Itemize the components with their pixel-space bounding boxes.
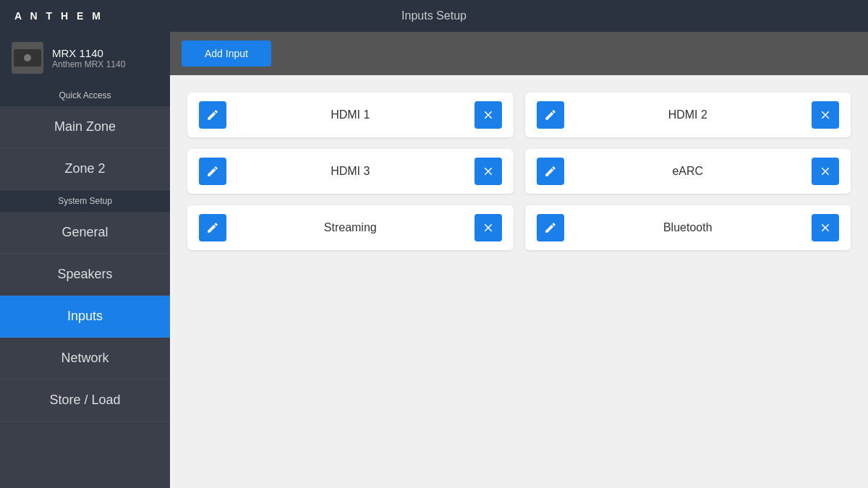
close-icon xyxy=(819,221,832,234)
input-card-hdmi3: HDMI 3 xyxy=(187,149,514,194)
sidebar-item-zone-2[interactable]: Zone 2 xyxy=(0,148,170,190)
content-header: Add Input xyxy=(170,32,868,75)
pencil-icon xyxy=(206,108,219,121)
add-input-button[interactable]: Add Input xyxy=(182,40,271,67)
input-label-hdmi3: HDMI 3 xyxy=(226,165,475,178)
device-section: MRX 1140 Anthem MRX 1140 xyxy=(0,32,170,85)
input-card-streaming: Streaming xyxy=(187,205,514,250)
edit-button-hdmi2[interactable] xyxy=(537,101,564,129)
sidebar-item-general[interactable]: General xyxy=(0,212,170,254)
sidebar-item-network[interactable]: Network xyxy=(0,338,170,380)
logo-area: A N T H E M xyxy=(14,10,103,22)
delete-button-bluetooth[interactable] xyxy=(812,214,839,241)
sidebar-item-store-load[interactable]: Store / Load xyxy=(0,380,170,421)
delete-button-streaming[interactable] xyxy=(475,214,502,241)
close-icon xyxy=(819,108,832,121)
pencil-icon xyxy=(206,221,219,234)
input-label-hdmi2: HDMI 2 xyxy=(564,108,812,121)
anthem-logo: A N T H E M xyxy=(14,10,103,22)
close-icon xyxy=(482,108,495,121)
delete-button-earc[interactable] xyxy=(812,158,839,185)
close-icon xyxy=(482,165,495,178)
edit-button-hdmi3[interactable] xyxy=(199,158,226,185)
edit-button-streaming[interactable] xyxy=(199,214,226,241)
input-card-hdmi1: HDMI 1 xyxy=(187,93,514,137)
edit-button-bluetooth[interactable] xyxy=(537,214,564,241)
input-label-earc: eARC xyxy=(564,165,812,178)
sidebar: MRX 1140 Anthem MRX 1140 Quick Access Ma… xyxy=(0,32,170,488)
input-label-streaming: Streaming xyxy=(226,221,475,234)
pencil-icon xyxy=(206,165,219,178)
input-card-earc: eARC xyxy=(525,149,851,194)
input-label-hdmi1: HDMI 1 xyxy=(226,108,475,121)
device-name: MRX 1140 xyxy=(52,47,125,59)
pencil-icon xyxy=(544,108,557,121)
input-card-hdmi2: HDMI 2 xyxy=(525,93,851,137)
edit-button-hdmi1[interactable] xyxy=(199,101,226,129)
page-title: Inputs Setup xyxy=(401,9,467,22)
content-area: Add Input HDMI 1 HDMI 2 xyxy=(170,32,868,488)
device-icon-inner xyxy=(14,49,41,67)
delete-button-hdmi1[interactable] xyxy=(475,101,502,129)
device-subtitle: Anthem MRX 1140 xyxy=(52,59,125,69)
sidebar-item-speakers[interactable]: Speakers xyxy=(0,254,170,296)
pencil-icon xyxy=(544,221,557,234)
device-info: MRX 1140 Anthem MRX 1140 xyxy=(52,47,125,69)
sidebar-item-inputs[interactable]: Inputs xyxy=(0,296,170,338)
delete-button-hdmi2[interactable] xyxy=(812,101,839,129)
system-setup-header: System Setup xyxy=(0,190,170,212)
inputs-grid: HDMI 1 HDMI 2 HDMI 3 xyxy=(170,75,868,267)
device-icon xyxy=(12,42,43,74)
input-card-bluetooth: Bluetooth xyxy=(525,205,851,250)
main-layout: MRX 1140 Anthem MRX 1140 Quick Access Ma… xyxy=(0,32,868,488)
quick-access-header: Quick Access xyxy=(0,85,170,106)
close-icon xyxy=(482,221,495,234)
input-label-bluetooth: Bluetooth xyxy=(564,221,812,234)
app-header: A N T H E M Inputs Setup xyxy=(0,0,868,32)
sidebar-item-main-zone[interactable]: Main Zone xyxy=(0,106,170,148)
close-icon xyxy=(819,165,832,178)
edit-button-earc[interactable] xyxy=(537,158,564,185)
pencil-icon xyxy=(544,165,557,178)
delete-button-hdmi3[interactable] xyxy=(475,158,502,185)
